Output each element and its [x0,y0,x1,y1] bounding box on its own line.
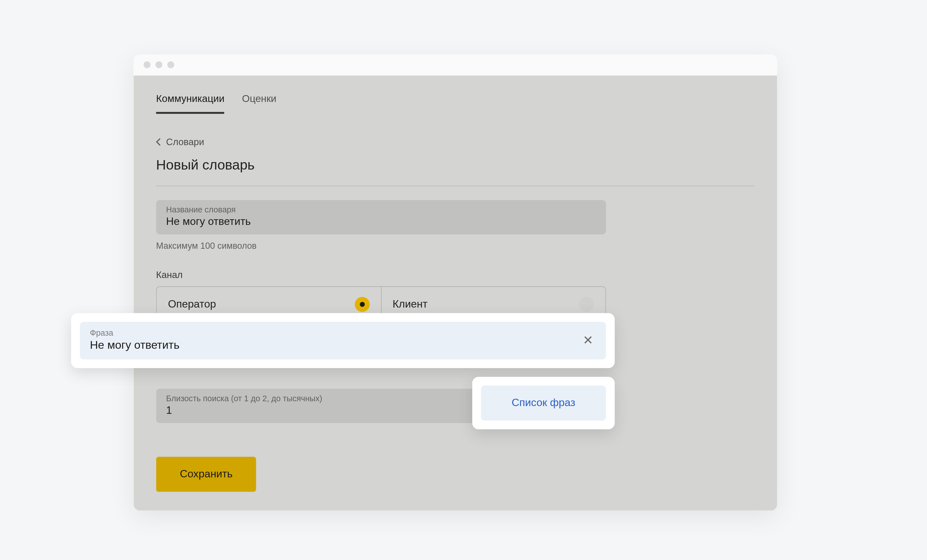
chevron-left-icon [156,138,161,145]
breadcrumb[interactable]: Словари [156,136,755,147]
phrase-list-button[interactable]: Список фраз [481,385,606,420]
dictionary-name-label: Название словаря [166,205,596,214]
content-area: Коммуникации Оценки Словари Новый словар… [134,76,777,511]
tabs: Коммуникации Оценки [156,76,755,114]
window-dot [167,61,174,68]
radio-checked-icon [354,297,369,312]
phrase-list-card: Список фраз [472,377,615,429]
channel-section-label: Канал [156,270,755,280]
phrase-value: Не могу ответить [90,339,573,352]
window-title-bar [134,55,777,76]
tab-ratings[interactable]: Оценки [242,87,277,114]
dictionary-name-field: Название словаря Не могу ответить Максим… [156,200,606,250]
channel-operator-label: Оператор [168,298,216,311]
save-button[interactable]: Сохранить [156,457,257,492]
window-dot [155,61,162,68]
page-title: Новый словарь [156,157,755,186]
window-dot [144,61,150,68]
phrase-card: Фраза Не могу ответить ✕ [71,313,615,368]
dictionary-name-helper: Максимум 100 символов [156,241,606,250]
dictionary-name-value: Не могу ответить [166,216,596,228]
breadcrumb-label: Словари [166,136,204,147]
phrase-input[interactable]: Фраза Не могу ответить ✕ [80,322,606,359]
radio-unchecked-icon [579,297,594,312]
tab-communications[interactable]: Коммуникации [156,87,225,114]
close-icon[interactable]: ✕ [580,330,596,350]
dictionary-name-input[interactable]: Название словаря Не могу ответить [156,200,606,234]
phrase-label: Фраза [90,328,573,337]
browser-window: Коммуникации Оценки Словари Новый словар… [134,55,777,511]
channel-client-label: Клиент [392,298,427,311]
